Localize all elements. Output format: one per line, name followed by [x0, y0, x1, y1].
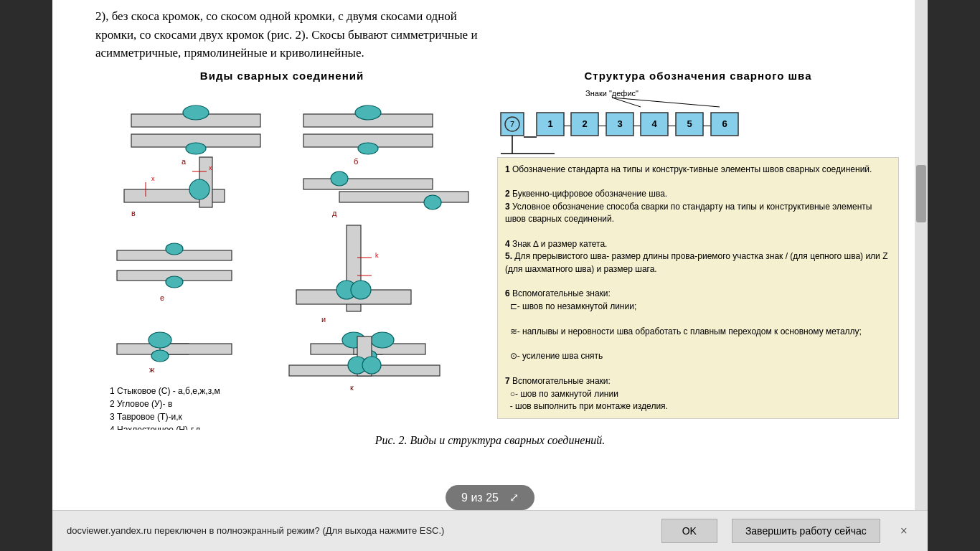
svg-text:2  Угловое (У)- в: 2 Угловое (У)- в — [110, 399, 172, 409]
svg-line-58 — [612, 98, 720, 107]
info-item-6c: ⊙- усиление шва снять — [505, 350, 891, 362]
info-item-5: 5. Для прерывистого шва- размер длины пр… — [505, 250, 891, 276]
svg-text:2: 2 — [582, 118, 587, 129]
info-item-7: 7 Вспомогательные знаки: — [505, 375, 891, 387]
svg-point-25 — [166, 243, 183, 255]
svg-point-20 — [331, 171, 348, 186]
top-text-line2: кромки, со скосами двух кромок (рис. 2).… — [95, 28, 477, 42]
svg-point-12 — [189, 179, 209, 199]
svg-text:к: к — [350, 383, 354, 392]
right-diagram: Структура обозначения сварного шва Знаки… — [497, 70, 899, 430]
svg-rect-18 — [303, 179, 433, 189]
svg-text:а: а — [182, 157, 187, 166]
top-paragraph: 2), без скоса кромок, со скосом одной кр… — [52, 0, 928, 62]
info-item-7b: - шов выполнить при монтаже изделия. — [505, 400, 891, 413]
top-text-line1: 2), без скоса кромок, со скосом одной кр… — [95, 9, 457, 23]
svg-text:5: 5 — [687, 118, 692, 129]
svg-text:4: 4 — [651, 118, 657, 129]
left-panel — [0, 0, 52, 551]
structure-svg: Знаки "дефис" 7 1 — 2 — 3 — — [497, 85, 813, 157]
svg-point-54 — [362, 357, 381, 374]
top-text-line3: асимметричные, прямолинейные и криволине… — [95, 46, 364, 60]
left-diagram: Виды сварных соединений а б — [81, 70, 483, 430]
svg-text:1  Стыковое  (С) - а,б,е,ж,з,м: 1 Стыковое (С) - а,б,е,ж,з,м — [110, 386, 220, 396]
svg-text:и: и — [321, 315, 326, 324]
svg-point-8 — [358, 143, 378, 154]
info-item-2: 2 Буквенно-цифровое обозначение шва. — [505, 188, 891, 200]
figure-caption: Рис. 2. Виды и структура сварных соедине… — [52, 434, 928, 447]
svg-text:3  Тавровое (Т)-и,к: 3 Тавровое (Т)-и,к — [110, 412, 182, 422]
scroll-thumb[interactable] — [916, 165, 926, 222]
svg-text:4  Нахлесточное  (Н)-г,д: 4 Нахлесточное (Н)-г,д — [110, 425, 200, 430]
svg-text:в: в — [131, 209, 136, 217]
svg-rect-19 — [339, 192, 468, 202]
info-item-7a: ○- шов по замкнутой линии — [505, 388, 891, 400]
svg-point-38 — [149, 332, 171, 348]
svg-text:3: 3 — [617, 118, 622, 129]
svg-point-2 — [183, 105, 209, 120]
svg-text:1: 1 — [547, 118, 552, 129]
info-item-6: 6 Вспомогательные знаки: — [505, 288, 891, 300]
svg-text:6: 6 — [722, 118, 727, 129]
svg-point-31 — [351, 281, 371, 299]
svg-text:x: x — [151, 175, 155, 182]
svg-point-26 — [166, 276, 183, 288]
svg-text:б: б — [354, 157, 358, 166]
expand-icon[interactable]: ⤢ — [509, 491, 519, 504]
svg-point-3 — [186, 143, 206, 154]
svg-text:е: е — [160, 293, 164, 302]
ok-button[interactable]: OK — [661, 519, 717, 543]
figure-area: Виды сварных соединений а б — [52, 62, 928, 430]
main-content: 2), без скоса кромок, со скосом одной кр… — [52, 0, 928, 551]
page-indicator: 9 из 25 ⤢ — [446, 485, 534, 510]
svg-text:7: 7 — [510, 120, 514, 128]
right-diagram-title: Структура обозначения сварного шва — [497, 70, 899, 82]
svg-text:ж: ж — [149, 365, 155, 374]
notification-text: docviewer.yandex.ru переключен в полноэк… — [67, 524, 647, 537]
finish-work-button[interactable]: Завершить работу сейчас — [732, 519, 880, 543]
info-item-1: 1 Обозначение стандарта на типы и констр… — [505, 164, 891, 176]
info-item-6b: ≋- наплывы и неровности шва обработать с… — [505, 326, 891, 338]
svg-point-39 — [151, 350, 169, 362]
info-item-4: 4 Знак ∆ и размер катета. — [505, 238, 891, 250]
left-diagram-svg: а б в x x — [81, 85, 483, 430]
svg-text:x: x — [209, 164, 212, 171]
svg-text:k: k — [375, 252, 379, 259]
svg-point-21 — [424, 195, 441, 209]
close-icon[interactable]: × — [895, 521, 913, 542]
page-label: 9 из 25 — [461, 491, 499, 504]
info-item-6a: ⊏- швов по незамкнутой линии; — [505, 301, 891, 313]
svg-text:д: д — [332, 209, 337, 217]
info-item-3: 3 Условное обозначение способа сварки по… — [505, 201, 891, 226]
right-info-box: 1 Обозначение стандарта на типы и констр… — [497, 157, 899, 420]
notification-bar: docviewer.yandex.ru переключен в полноэк… — [52, 510, 928, 551]
svg-point-7 — [355, 105, 381, 120]
left-diagram-title: Виды сварных соединений — [81, 70, 483, 82]
scroll-bar[interactable] — [915, 0, 928, 551]
svg-text:Знаки  "дефис": Знаки "дефис" — [585, 89, 639, 98]
right-panel — [928, 0, 980, 551]
svg-rect-37 — [160, 344, 232, 354]
svg-point-44 — [371, 332, 394, 348]
